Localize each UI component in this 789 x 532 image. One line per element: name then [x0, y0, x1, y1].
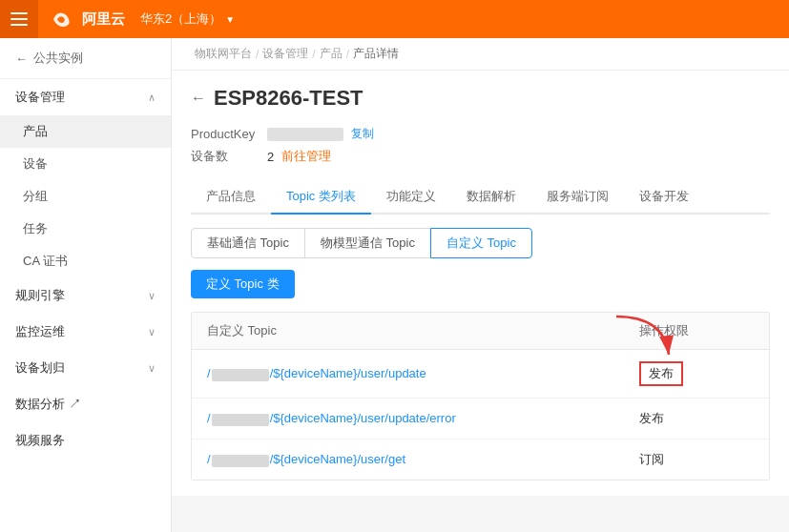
col-header-permission: 操作权限 [639, 322, 754, 339]
breadcrumb-current: 产品详情 [353, 46, 399, 62]
tab-feature-def[interactable]: 功能定义 [371, 180, 451, 215]
product-key-row: ProductKey 复制 [191, 126, 770, 142]
manage-link[interactable]: 前往管理 [281, 148, 331, 165]
tab-product-info[interactable]: 产品信息 [191, 180, 271, 215]
page-header: ← ESP8266-TEST [191, 86, 770, 111]
main-content: 物联网平台 / 设备管理 / 产品 / 产品详情 ← ESP8266-TEST … [172, 38, 789, 532]
topbar: 阿里云 华东2（上海） ▼ [0, 0, 789, 38]
svg-rect-1 [10, 18, 28, 20]
page-back-btn[interactable]: ← [191, 90, 206, 107]
sidebar-group-label-rules: 规则引擎 [15, 287, 65, 304]
content-panel: ← ESP8266-TEST ProductKey 复制 设备数 2 前往管理 [172, 71, 789, 496]
topic-link-3[interactable]: //${deviceName}/user/get [207, 452, 405, 466]
sidebar-group-label-data-analysis: 数据分析 ↗ [15, 396, 81, 413]
sidebar-group-header-rules[interactable]: 规则引擎 ∨ [0, 277, 171, 314]
sidebar-group-header-monitor[interactable]: 监控运维 ∨ [0, 314, 171, 350]
device-count-number: 2 [267, 150, 274, 164]
sub-tab-model[interactable]: 物模型通信 Topic [304, 228, 431, 258]
sidebar-group-label-device-assign: 设备划归 [15, 359, 65, 377]
breadcrumb-sep-3: / [346, 48, 349, 61]
define-topic-btn[interactable]: 定义 Topic 类 [191, 270, 295, 298]
region-selector[interactable]: 华东2（上海） ▼ [140, 10, 235, 28]
region-text: 华东2（上海） [140, 10, 221, 28]
breadcrumb-products[interactable]: 产品 [320, 46, 343, 62]
topic-cell-3: //${deviceName}/user/get [207, 452, 639, 466]
sidebar-back-btn[interactable]: ← 公共实例 [0, 38, 171, 79]
breadcrumb-device-mgmt[interactable]: 设备管理 [262, 46, 308, 62]
svg-rect-2 [10, 24, 28, 26]
logo-text: 阿里云 [82, 10, 125, 29]
sidebar-item-devices[interactable]: 设备 [0, 148, 171, 180]
logo: 阿里云 [38, 10, 136, 29]
topic-table: 自定义 Topic 操作权限 //${deviceName}/user/upda… [191, 312, 770, 481]
topic-blur-1 [212, 369, 269, 381]
sidebar-group-header-device-assign[interactable]: 设备划归 ∨ [0, 350, 171, 386]
back-arrow-icon: ← [15, 51, 28, 66]
permission-cell-3: 订阅 [639, 451, 754, 468]
tab-device-dev[interactable]: 设备开发 [624, 180, 704, 215]
device-count-value: 2 前往管理 [267, 148, 331, 165]
chevron-down-icon-assign: ∨ [148, 362, 156, 375]
product-key-blur [267, 128, 343, 141]
topic-link-1[interactable]: //${deviceName}/user/update [207, 366, 426, 380]
tab-server-subscribe[interactable]: 服务端订阅 [531, 180, 624, 215]
breadcrumb-iot[interactable]: 物联网平台 [195, 46, 252, 62]
info-rows: ProductKey 复制 设备数 2 前往管理 [191, 126, 770, 165]
sidebar-item-tasks[interactable]: 任务 [0, 213, 171, 245]
breadcrumb-sep-2: / [312, 48, 315, 61]
topic-link-2[interactable]: //${deviceName}/user/update/error [207, 411, 456, 425]
region-arrow-icon: ▼ [225, 14, 235, 25]
permission-text-2: 发布 [639, 411, 664, 425]
table-row: //${deviceName}/user/update/error 发布 [192, 399, 769, 440]
copy-button[interactable]: 复制 [351, 126, 374, 142]
table-row: //${deviceName}/user/get 订阅 [192, 440, 769, 480]
breadcrumb-sep-1: / [256, 48, 259, 61]
chevron-up-icon: ∧ [148, 92, 156, 104]
device-count-label: 设备数 [191, 148, 267, 165]
sidebar-group-label-video: 视频服务 [15, 432, 65, 449]
main-tabs: 产品信息 Topic 类列表 功能定义 数据解析 服务端订阅 设备开发 [191, 180, 770, 215]
sub-tab-custom[interactable]: 自定义 Topic [430, 228, 532, 258]
topic-blur-2 [212, 414, 269, 426]
sidebar-group-header-device[interactable]: 设备管理 ∧ [0, 79, 171, 115]
permission-cell-1: 发布 [639, 361, 754, 386]
chevron-down-icon-monitor: ∨ [148, 326, 156, 338]
tab-data-parse[interactable]: 数据解析 [451, 180, 531, 215]
sidebar-item-products[interactable]: 产品 [0, 115, 171, 148]
sidebar-group-header-data-analysis[interactable]: 数据分析 ↗ [0, 386, 171, 422]
col-header-topic: 自定义 Topic [207, 322, 639, 339]
table-header: 自定义 Topic 操作权限 [192, 313, 769, 350]
sub-tabs: 基础通信 Topic 物模型通信 Topic 自定义 Topic [191, 228, 770, 258]
sidebar-group-label-device: 设备管理 [15, 89, 65, 106]
breadcrumb: 物联网平台 / 设备管理 / 产品 / 产品详情 [172, 38, 789, 71]
permission-text-3: 订阅 [639, 452, 664, 466]
product-key-value: 复制 [267, 126, 374, 142]
sidebar-collapse-btn[interactable]: ‹ [171, 266, 172, 304]
topic-cell-2: //${deviceName}/user/update/error [207, 411, 639, 425]
tab-topic-list[interactable]: Topic 类列表 [271, 180, 371, 215]
product-key-label: ProductKey [191, 127, 267, 141]
sidebar: ← 公共实例 设备管理 ∧ 产品 设备 分组 任务 CA 证书 规则引擎 ∨ 监… [0, 38, 172, 532]
permission-badge-1: 发布 [639, 361, 683, 386]
chevron-down-icon-rules: ∨ [148, 290, 156, 302]
sidebar-group-label-monitor: 监控运维 [15, 323, 65, 340]
sidebar-item-ca-certs[interactable]: CA 证书 [0, 245, 171, 277]
sidebar-back-label: 公共实例 [33, 50, 83, 67]
topic-blur-3 [212, 455, 269, 467]
sub-tab-basic[interactable]: 基础通信 Topic [191, 228, 305, 258]
topic-cell-1: //${deviceName}/user/update [207, 366, 639, 380]
permission-cell-2: 发布 [639, 410, 754, 427]
svg-rect-0 [10, 12, 28, 14]
sidebar-item-groups[interactable]: 分组 [0, 180, 171, 213]
sidebar-group-header-video[interactable]: 视频服务 [0, 422, 171, 459]
page-title: ESP8266-TEST [214, 86, 363, 111]
table-row: //${deviceName}/user/update 发布 [192, 350, 769, 399]
menu-button[interactable] [0, 0, 38, 38]
device-count-row: 设备数 2 前往管理 [191, 148, 770, 165]
sidebar-group-device-management: 设备管理 ∧ 产品 设备 分组 任务 CA 证书 [0, 79, 171, 277]
